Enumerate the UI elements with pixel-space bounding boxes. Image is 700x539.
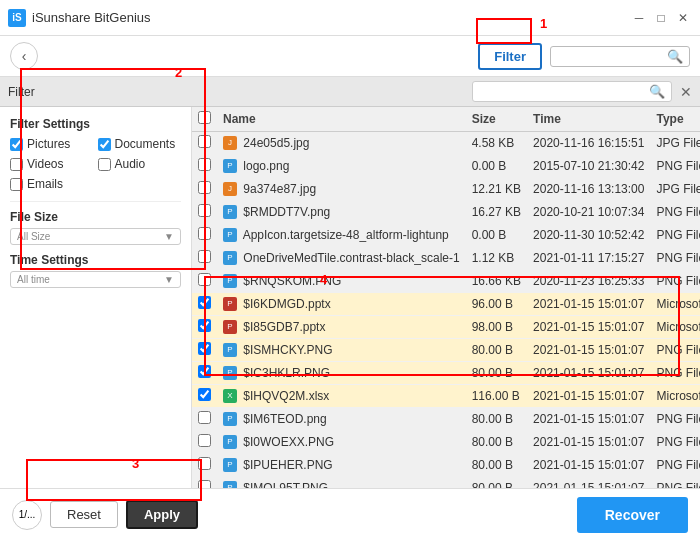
file-size-chevron: ▼ [164,231,174,242]
row-type-cell: PNG File [650,477,700,489]
row-check-cell [192,224,217,247]
filter-search-input[interactable] [479,85,649,99]
row-checkbox[interactable] [198,250,211,263]
app-icon-text: iS [12,12,21,23]
filter-search-box: 🔍 [472,81,672,102]
row-checkbox[interactable] [198,342,211,355]
file-icon: P [223,274,237,288]
row-time-cell: 2021-01-11 17:15:27 [527,247,650,270]
col-header-size: Size [466,107,527,132]
file-name: logo.png [243,159,289,173]
row-size-cell: 0.00 B [466,155,527,178]
file-icon: P [223,251,237,265]
row-checkbox[interactable] [198,411,211,424]
videos-checkbox[interactable] [10,158,23,171]
filter-check-pictures[interactable]: Pictures [10,137,94,151]
row-type-cell: PNG File [650,454,700,477]
file-icon: P [223,297,237,311]
table-row: P $ISMHCKY.PNG 80.00 B 2021-01-15 15:01:… [192,339,700,362]
filter-check-videos[interactable]: Videos [10,157,94,171]
filter-check-audio[interactable]: Audio [98,157,182,171]
col-header-time: Time [527,107,650,132]
row-time-cell: 2015-07-10 21:30:42 [527,155,650,178]
row-type-cell: PNG File [650,201,700,224]
row-check-cell [192,201,217,224]
maximize-button[interactable]: □ [652,9,670,27]
table-row: P $IPUEHER.PNG 80.00 B 2021-01-15 15:01:… [192,454,700,477]
row-checkbox[interactable] [198,296,211,309]
select-all-checkbox[interactable] [198,111,211,124]
row-type-cell: PNG File [650,431,700,454]
file-name: $I0WOEXX.PNG [243,435,334,449]
row-time-cell: 2021-01-15 15:01:07 [527,408,650,431]
row-type-cell: PNG File [650,270,700,293]
recover-button[interactable]: Recover [577,497,688,533]
file-name: $IPUEHER.PNG [243,458,332,472]
close-button[interactable]: ✕ [674,9,692,27]
reset-button[interactable]: Reset [50,501,118,528]
videos-label: Videos [27,157,63,171]
filter-check-emails[interactable]: Emails [10,177,181,191]
time-select[interactable]: All time ▼ [10,271,181,288]
filter-close-btn[interactable]: ✕ [680,84,692,100]
row-name-cell: P OneDriveMedTile.contrast-black_scale-1 [217,247,466,270]
table-row: P $RMDDT7V.png 16.27 KB 2020-10-21 10:07… [192,201,700,224]
row-checkbox[interactable] [198,158,211,171]
back-button[interactable]: ‹ [10,42,38,70]
row-type-cell: Microsoft E [650,385,700,408]
row-time-cell: 2021-01-15 15:01:07 [527,477,650,489]
row-checkbox[interactable] [198,227,211,240]
row-size-cell: 96.00 B [466,293,527,316]
row-size-cell: 80.00 B [466,339,527,362]
table-header: Name Size Time Type ID Status [192,107,700,132]
filter-button[interactable]: Filter [478,43,542,70]
file-name: $RMDDT7V.png [243,205,330,219]
row-type-cell: PNG File [650,362,700,385]
row-checkbox[interactable] [198,181,211,194]
filter-check-documents[interactable]: Documents [98,137,182,151]
file-name: $ISMHCKY.PNG [243,343,332,357]
row-checkbox[interactable] [198,388,211,401]
content-row: Filter Settings Pictures Documents Video… [0,107,700,488]
documents-label: Documents [115,137,176,151]
table-header-row: Name Size Time Type ID Status [192,107,700,132]
row-checkbox[interactable] [198,135,211,148]
pictures-checkbox[interactable] [10,138,23,151]
row-checkbox[interactable] [198,434,211,447]
row-checkbox[interactable] [198,319,211,332]
table-wrapper[interactable]: Name Size Time Type ID Status J 24e05d [192,107,700,488]
apply-button[interactable]: Apply [126,500,198,529]
file-name: 24e05d5.jpg [243,136,309,150]
row-size-cell: 0.00 B [466,224,527,247]
file-size-select[interactable]: All Size ▼ [10,228,181,245]
row-check-cell [192,316,217,339]
row-time-cell: 2021-01-15 15:01:07 [527,293,650,316]
app-title: iSunshare BitGenius [32,10,151,25]
row-checkbox[interactable] [198,273,211,286]
file-name: OneDriveMedTile.contrast-black_scale-1 [243,251,459,265]
file-name: $IC3HKLR.PNG [243,366,330,380]
file-icon: P [223,159,237,173]
table-row: J 24e05d5.jpg 4.58 KB 2020-11-16 16:15:5… [192,132,700,155]
table-row: P $IMOL95T.PNG 80.00 B 2021-01-15 15:01:… [192,477,700,489]
table-row: P $IM6TEOD.png 80.00 B 2021-01-15 15:01:… [192,408,700,431]
row-checkbox[interactable] [198,365,211,378]
row-checkbox[interactable] [198,480,211,488]
row-checkbox[interactable] [198,457,211,470]
main-toolbar: ‹ Filter 🔍 [0,36,700,77]
audio-checkbox[interactable] [98,158,111,171]
emails-checkbox[interactable] [10,178,23,191]
row-time-cell: 2020-10-21 10:07:34 [527,201,650,224]
row-checkbox[interactable] [198,204,211,217]
documents-checkbox[interactable] [98,138,111,151]
row-name-cell: P $IPUEHER.PNG [217,454,466,477]
row-time-cell: 2021-01-15 15:01:07 [527,431,650,454]
row-check-cell [192,454,217,477]
file-icon: P [223,412,237,426]
page-indicator[interactable]: 1/... [12,500,42,530]
row-name-cell: P AppIcon.targetsize-48_altform-lightunp [217,224,466,247]
search-input[interactable] [557,49,667,63]
page-number: 1/... [19,509,36,520]
app-wrapper: iS iSunshare BitGenius ─ □ ✕ ‹ Filter 🔍 … [0,0,700,539]
minimize-button[interactable]: ─ [630,9,648,27]
